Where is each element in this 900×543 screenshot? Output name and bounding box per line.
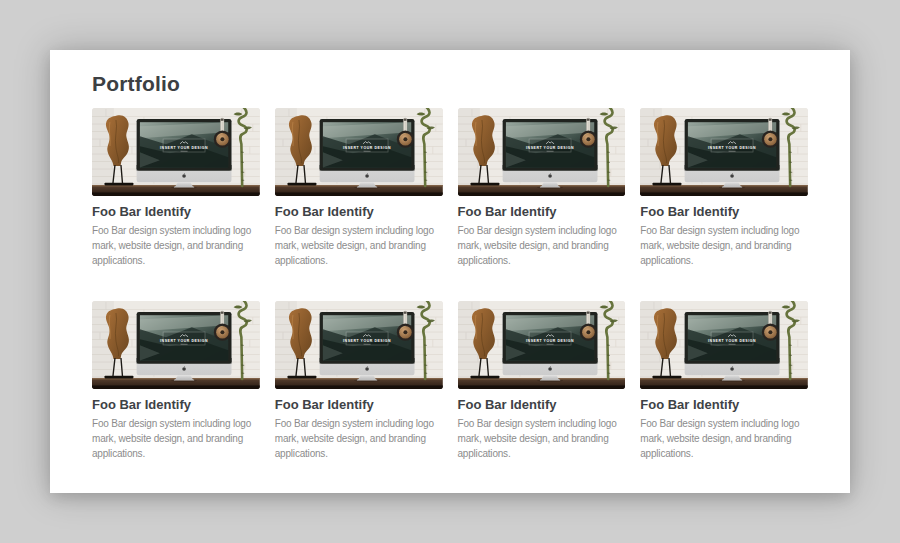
imac-mockup-image: INSERT YOUR DESIGN [640, 108, 808, 196]
screen-heading-text: INSERT YOUR DESIGN [160, 146, 208, 150]
portfolio-item-description: Foo Bar design system including logo mar… [275, 416, 443, 461]
portfolio-item-description: Foo Bar design system including logo mar… [275, 223, 443, 268]
portfolio-grid: INSERT YOUR DESIGN [92, 108, 808, 461]
portfolio-item-title: Foo Bar Identify [458, 204, 626, 219]
portfolio-thumbnail[interactable]: INSERT YOUR DESIGN [275, 301, 443, 389]
portfolio-thumbnail[interactable]: INSERT YOUR DESIGN [92, 108, 260, 196]
portfolio-item-title: Foo Bar Identify [92, 397, 260, 412]
portfolio-page-card: Portfolio [50, 50, 850, 493]
imac-screen-content: INSERT YOUR DESIGN [688, 122, 776, 167]
portfolio-item-description: Foo Bar design system including logo mar… [458, 416, 626, 461]
screen-heading-text: INSERT YOUR DESIGN [526, 146, 574, 150]
portfolio-card[interactable]: INSERT YOUR DESIGN [92, 108, 260, 268]
portfolio-card[interactable]: INSERT YOUR DESIGN [275, 301, 443, 461]
imac-computer: INSERT YOUR DESIGN [137, 119, 232, 189]
portfolio-card[interactable]: INSERT YOUR DESIGN [640, 108, 808, 268]
portfolio-thumbnail[interactable]: INSERT YOUR DESIGN [458, 108, 626, 196]
imac-computer: INSERT YOUR DESIGN [319, 119, 414, 189]
imac-screen-content: INSERT YOUR DESIGN [323, 315, 411, 360]
portfolio-item-title: Foo Bar Identify [92, 204, 260, 219]
imac-computer: INSERT YOUR DESIGN [685, 119, 780, 189]
portfolio-card[interactable]: INSERT YOUR DESIGN [458, 301, 626, 461]
portfolio-item-description: Foo Bar design system including logo mar… [92, 416, 260, 461]
screen-heading-text: INSERT YOUR DESIGN [343, 339, 391, 343]
portfolio-card[interactable]: INSERT YOUR DESIGN [640, 301, 808, 461]
portfolio-thumbnail[interactable]: INSERT YOUR DESIGN [458, 301, 626, 389]
portfolio-thumbnail[interactable]: INSERT YOUR DESIGN [92, 301, 260, 389]
screen-heading-text: INSERT YOUR DESIGN [343, 146, 391, 150]
portfolio-item-title: Foo Bar Identify [640, 397, 808, 412]
imac-computer: INSERT YOUR DESIGN [502, 312, 597, 382]
imac-computer: INSERT YOUR DESIGN [502, 119, 597, 189]
imac-mockup-image: INSERT YOUR DESIGN [458, 301, 626, 389]
portfolio-card[interactable]: INSERT YOUR DESIGN [92, 301, 260, 461]
imac-mockup-image: INSERT YOUR DESIGN [458, 108, 626, 196]
portfolio-item-title: Foo Bar Identify [275, 204, 443, 219]
screen-heading-text: INSERT YOUR DESIGN [160, 339, 208, 343]
imac-mockup-image: INSERT YOUR DESIGN [275, 301, 443, 389]
imac-computer: INSERT YOUR DESIGN [137, 312, 232, 382]
imac-computer: INSERT YOUR DESIGN [685, 312, 780, 382]
imac-screen-content: INSERT YOUR DESIGN [505, 315, 593, 360]
portfolio-thumbnail[interactable]: INSERT YOUR DESIGN [640, 108, 808, 196]
imac-screen-content: INSERT YOUR DESIGN [140, 315, 228, 360]
portfolio-card[interactable]: INSERT YOUR DESIGN [275, 108, 443, 268]
imac-mockup-image: INSERT YOUR DESIGN [275, 108, 443, 196]
imac-mockup-image: INSERT YOUR DESIGN [640, 301, 808, 389]
imac-screen-content: INSERT YOUR DESIGN [505, 122, 593, 167]
portfolio-item-description: Foo Bar design system including logo mar… [458, 223, 626, 268]
portfolio-card[interactable]: INSERT YOUR DESIGN [458, 108, 626, 268]
imac-screen-content: INSERT YOUR DESIGN [688, 315, 776, 360]
portfolio-item-description: Foo Bar design system including logo mar… [640, 416, 808, 461]
portfolio-item-title: Foo Bar Identify [640, 204, 808, 219]
screen-heading-text: INSERT YOUR DESIGN [526, 339, 574, 343]
portfolio-thumbnail[interactable]: INSERT YOUR DESIGN [275, 108, 443, 196]
imac-computer: INSERT YOUR DESIGN [319, 312, 414, 382]
screen-heading-text: INSERT YOUR DESIGN [708, 339, 756, 343]
screen-heading-text: INSERT YOUR DESIGN [708, 146, 756, 150]
page-title: Portfolio [92, 72, 808, 96]
imac-screen-content: INSERT YOUR DESIGN [323, 122, 411, 167]
imac-screen-content: INSERT YOUR DESIGN [140, 122, 228, 167]
portfolio-thumbnail[interactable]: INSERT YOUR DESIGN [640, 301, 808, 389]
portfolio-item-title: Foo Bar Identify [275, 397, 443, 412]
portfolio-item-description: Foo Bar design system including logo mar… [92, 223, 260, 268]
portfolio-item-description: Foo Bar design system including logo mar… [640, 223, 808, 268]
imac-mockup-image: INSERT YOUR DESIGN [92, 108, 260, 196]
portfolio-item-title: Foo Bar Identify [458, 397, 626, 412]
imac-mockup-image: INSERT YOUR DESIGN [92, 301, 260, 389]
